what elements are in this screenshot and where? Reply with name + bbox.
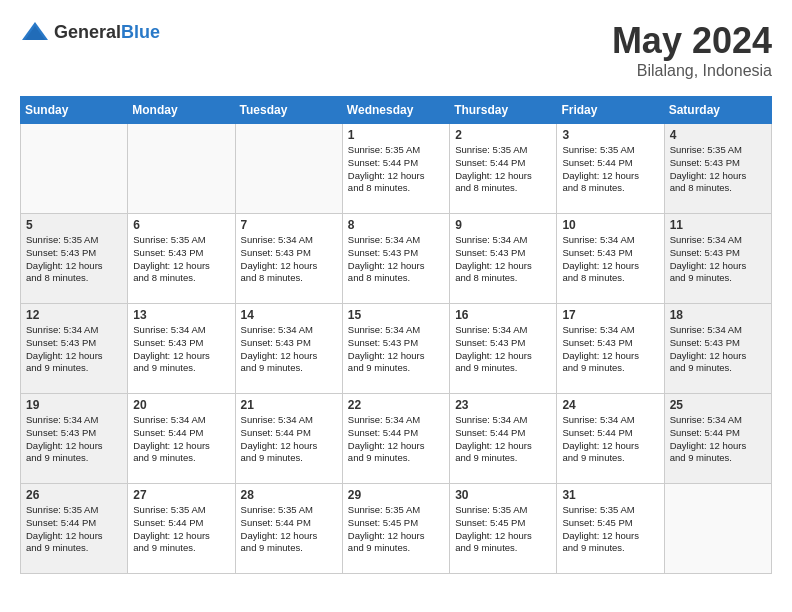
- day-info: Sunrise: 5:35 AM Sunset: 5:44 PM Dayligh…: [348, 144, 444, 195]
- calendar-cell: 17Sunrise: 5:34 AM Sunset: 5:43 PM Dayli…: [557, 304, 664, 394]
- day-number: 22: [348, 398, 444, 412]
- calendar-cell: 12Sunrise: 5:34 AM Sunset: 5:43 PM Dayli…: [21, 304, 128, 394]
- logo-icon: [20, 20, 50, 44]
- calendar-cell: 9Sunrise: 5:34 AM Sunset: 5:43 PM Daylig…: [450, 214, 557, 304]
- weekday-header: Saturday: [664, 97, 771, 124]
- calendar-cell: 16Sunrise: 5:34 AM Sunset: 5:43 PM Dayli…: [450, 304, 557, 394]
- logo-general-text: General: [54, 22, 121, 42]
- calendar-cell: 11Sunrise: 5:34 AM Sunset: 5:43 PM Dayli…: [664, 214, 771, 304]
- day-info: Sunrise: 5:34 AM Sunset: 5:43 PM Dayligh…: [670, 234, 766, 285]
- day-info: Sunrise: 5:34 AM Sunset: 5:44 PM Dayligh…: [133, 414, 229, 465]
- day-info: Sunrise: 5:35 AM Sunset: 5:44 PM Dayligh…: [133, 504, 229, 555]
- calendar-cell: 1Sunrise: 5:35 AM Sunset: 5:44 PM Daylig…: [342, 124, 449, 214]
- calendar-cell: 21Sunrise: 5:34 AM Sunset: 5:44 PM Dayli…: [235, 394, 342, 484]
- day-number: 11: [670, 218, 766, 232]
- calendar-cell: 30Sunrise: 5:35 AM Sunset: 5:45 PM Dayli…: [450, 484, 557, 574]
- calendar-cell: 7Sunrise: 5:34 AM Sunset: 5:43 PM Daylig…: [235, 214, 342, 304]
- calendar-cell: 14Sunrise: 5:34 AM Sunset: 5:43 PM Dayli…: [235, 304, 342, 394]
- day-info: Sunrise: 5:35 AM Sunset: 5:45 PM Dayligh…: [562, 504, 658, 555]
- day-info: Sunrise: 5:34 AM Sunset: 5:43 PM Dayligh…: [348, 234, 444, 285]
- calendar-cell: 8Sunrise: 5:34 AM Sunset: 5:43 PM Daylig…: [342, 214, 449, 304]
- calendar-cell: 24Sunrise: 5:34 AM Sunset: 5:44 PM Dayli…: [557, 394, 664, 484]
- day-number: 29: [348, 488, 444, 502]
- day-info: Sunrise: 5:34 AM Sunset: 5:44 PM Dayligh…: [348, 414, 444, 465]
- day-info: Sunrise: 5:34 AM Sunset: 5:43 PM Dayligh…: [133, 324, 229, 375]
- calendar-cell: 26Sunrise: 5:35 AM Sunset: 5:44 PM Dayli…: [21, 484, 128, 574]
- calendar-cell: 27Sunrise: 5:35 AM Sunset: 5:44 PM Dayli…: [128, 484, 235, 574]
- day-number: 26: [26, 488, 122, 502]
- calendar-cell: 6Sunrise: 5:35 AM Sunset: 5:43 PM Daylig…: [128, 214, 235, 304]
- calendar-cell: 19Sunrise: 5:34 AM Sunset: 5:43 PM Dayli…: [21, 394, 128, 484]
- day-number: 23: [455, 398, 551, 412]
- day-info: Sunrise: 5:34 AM Sunset: 5:44 PM Dayligh…: [455, 414, 551, 465]
- day-number: 9: [455, 218, 551, 232]
- calendar-cell: 31Sunrise: 5:35 AM Sunset: 5:45 PM Dayli…: [557, 484, 664, 574]
- calendar-cell: [664, 484, 771, 574]
- calendar-table: SundayMondayTuesdayWednesdayThursdayFrid…: [20, 96, 772, 574]
- logo: GeneralBlue: [20, 20, 160, 44]
- day-number: 4: [670, 128, 766, 142]
- calendar-cell: 2Sunrise: 5:35 AM Sunset: 5:44 PM Daylig…: [450, 124, 557, 214]
- calendar-week-row: 12Sunrise: 5:34 AM Sunset: 5:43 PM Dayli…: [21, 304, 772, 394]
- calendar-cell: 3Sunrise: 5:35 AM Sunset: 5:44 PM Daylig…: [557, 124, 664, 214]
- calendar-week-row: 5Sunrise: 5:35 AM Sunset: 5:43 PM Daylig…: [21, 214, 772, 304]
- day-number: 2: [455, 128, 551, 142]
- day-number: 14: [241, 308, 337, 322]
- day-number: 3: [562, 128, 658, 142]
- weekday-header: Sunday: [21, 97, 128, 124]
- day-info: Sunrise: 5:34 AM Sunset: 5:43 PM Dayligh…: [670, 324, 766, 375]
- weekday-header: Thursday: [450, 97, 557, 124]
- day-number: 20: [133, 398, 229, 412]
- day-number: 25: [670, 398, 766, 412]
- calendar-cell: 18Sunrise: 5:34 AM Sunset: 5:43 PM Dayli…: [664, 304, 771, 394]
- day-info: Sunrise: 5:34 AM Sunset: 5:43 PM Dayligh…: [455, 324, 551, 375]
- weekday-header: Wednesday: [342, 97, 449, 124]
- weekday-header: Monday: [128, 97, 235, 124]
- day-number: 13: [133, 308, 229, 322]
- day-number: 30: [455, 488, 551, 502]
- calendar-cell: 4Sunrise: 5:35 AM Sunset: 5:43 PM Daylig…: [664, 124, 771, 214]
- calendar-cell: 29Sunrise: 5:35 AM Sunset: 5:45 PM Dayli…: [342, 484, 449, 574]
- weekday-header: Friday: [557, 97, 664, 124]
- month-year-title: May 2024: [612, 20, 772, 62]
- day-info: Sunrise: 5:34 AM Sunset: 5:43 PM Dayligh…: [26, 324, 122, 375]
- day-info: Sunrise: 5:34 AM Sunset: 5:43 PM Dayligh…: [26, 414, 122, 465]
- day-number: 31: [562, 488, 658, 502]
- day-info: Sunrise: 5:34 AM Sunset: 5:44 PM Dayligh…: [562, 414, 658, 465]
- day-number: 8: [348, 218, 444, 232]
- day-info: Sunrise: 5:35 AM Sunset: 5:43 PM Dayligh…: [670, 144, 766, 195]
- day-number: 27: [133, 488, 229, 502]
- day-number: 24: [562, 398, 658, 412]
- calendar-cell: [21, 124, 128, 214]
- calendar-cell: [128, 124, 235, 214]
- day-number: 18: [670, 308, 766, 322]
- day-info: Sunrise: 5:34 AM Sunset: 5:43 PM Dayligh…: [348, 324, 444, 375]
- calendar-header-row: SundayMondayTuesdayWednesdayThursdayFrid…: [21, 97, 772, 124]
- day-info: Sunrise: 5:35 AM Sunset: 5:44 PM Dayligh…: [455, 144, 551, 195]
- title-block: May 2024 Bilalang, Indonesia: [612, 20, 772, 80]
- calendar-cell: 20Sunrise: 5:34 AM Sunset: 5:44 PM Dayli…: [128, 394, 235, 484]
- day-number: 19: [26, 398, 122, 412]
- day-info: Sunrise: 5:34 AM Sunset: 5:43 PM Dayligh…: [562, 324, 658, 375]
- day-info: Sunrise: 5:35 AM Sunset: 5:44 PM Dayligh…: [26, 504, 122, 555]
- day-number: 28: [241, 488, 337, 502]
- calendar-cell: 10Sunrise: 5:34 AM Sunset: 5:43 PM Dayli…: [557, 214, 664, 304]
- day-info: Sunrise: 5:35 AM Sunset: 5:45 PM Dayligh…: [348, 504, 444, 555]
- day-info: Sunrise: 5:34 AM Sunset: 5:43 PM Dayligh…: [241, 234, 337, 285]
- day-number: 15: [348, 308, 444, 322]
- day-number: 6: [133, 218, 229, 232]
- calendar-cell: 13Sunrise: 5:34 AM Sunset: 5:43 PM Dayli…: [128, 304, 235, 394]
- day-info: Sunrise: 5:35 AM Sunset: 5:45 PM Dayligh…: [455, 504, 551, 555]
- day-info: Sunrise: 5:35 AM Sunset: 5:44 PM Dayligh…: [562, 144, 658, 195]
- calendar-cell: 22Sunrise: 5:34 AM Sunset: 5:44 PM Dayli…: [342, 394, 449, 484]
- day-number: 1: [348, 128, 444, 142]
- day-number: 16: [455, 308, 551, 322]
- page-header: GeneralBlue May 2024 Bilalang, Indonesia: [20, 20, 772, 80]
- calendar-cell: 15Sunrise: 5:34 AM Sunset: 5:43 PM Dayli…: [342, 304, 449, 394]
- day-info: Sunrise: 5:34 AM Sunset: 5:43 PM Dayligh…: [562, 234, 658, 285]
- day-info: Sunrise: 5:35 AM Sunset: 5:44 PM Dayligh…: [241, 504, 337, 555]
- day-info: Sunrise: 5:35 AM Sunset: 5:43 PM Dayligh…: [26, 234, 122, 285]
- calendar-week-row: 26Sunrise: 5:35 AM Sunset: 5:44 PM Dayli…: [21, 484, 772, 574]
- day-number: 21: [241, 398, 337, 412]
- location-subtitle: Bilalang, Indonesia: [612, 62, 772, 80]
